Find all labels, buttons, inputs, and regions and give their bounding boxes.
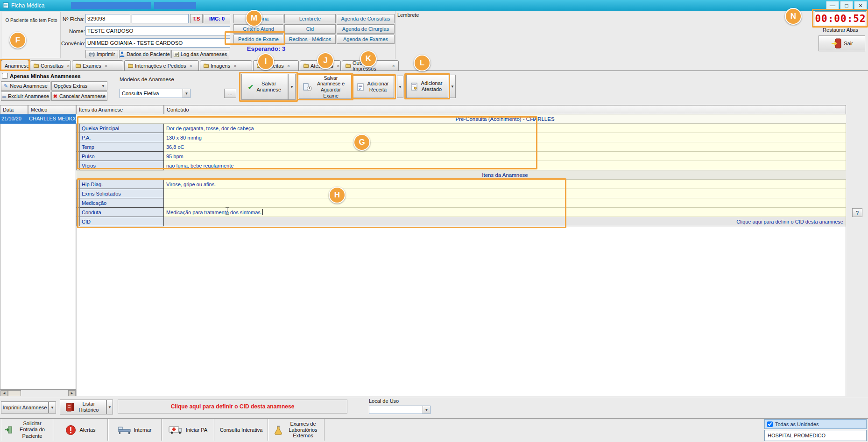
annotation-marker-G: G — [353, 134, 370, 151]
grid-header-itens[interactable]: Ítens da Anamnese — [76, 105, 164, 114]
ts-button[interactable]: T.S — [190, 14, 203, 23]
scrollbar-thumb[interactable] — [8, 390, 21, 396]
tab-imagens[interactable]: Imagens× — [200, 60, 252, 70]
cid-definir-link[interactable]: Clique aqui para definir o CID desta ana… — [164, 217, 846, 226]
item-value[interactable] — [164, 198, 846, 208]
apenas-minhas-checkbox[interactable] — [2, 73, 8, 79]
tab-close-icon[interactable]: × — [105, 63, 107, 69]
adicionar-atestado-dropdown[interactable]: ▼ — [449, 75, 456, 98]
listar-historico-dropdown[interactable]: ▼ — [106, 400, 113, 414]
adicionar-atestado-button[interactable]: Adicionar Atestado — [406, 75, 448, 98]
opcoes-extras-button[interactable]: Opções Extras ▼ — [51, 81, 107, 91]
tab-close-icon[interactable]: × — [392, 63, 395, 69]
minimize-button[interactable]: — — [826, 1, 839, 10]
tab-close-icon[interactable]: × — [337, 63, 339, 69]
consulta-interativa-button[interactable]: Consulta Interativa — [215, 419, 268, 441]
annotation-marker-K: K — [360, 50, 377, 67]
item-value[interactable]: não fuma, bebe regularmente — [164, 161, 846, 170]
cid-banner[interactable]: Clique aqui para definir o CID desta ana… — [118, 400, 347, 414]
sair-button[interactable]: Sair — [819, 35, 865, 51]
row-selector[interactable] — [76, 124, 80, 133]
excluir-anamnese-button[interactable]: ▬ Excluir Anamnese — [1, 91, 50, 101]
tab-anamnese[interactable]: Anamnese — [1, 60, 29, 71]
row-selector[interactable] — [76, 133, 80, 142]
cid-button[interactable]: Cid — [284, 24, 336, 34]
row-selector[interactable] — [76, 208, 80, 217]
grid-header-conteudo[interactable]: Conteúdo — [164, 105, 846, 114]
tab-exames[interactable]: Exames× — [72, 60, 123, 70]
iniciar-pa-button[interactable]: Iniciar PA — [162, 419, 214, 441]
close-button[interactable]: × — [854, 1, 867, 10]
chevron-down-icon[interactable]: ▼ — [423, 406, 430, 414]
cancelar-anamnese-button[interactable]: ✖ Cancelar Anamnese — [51, 91, 107, 101]
apenas-minhas-label: Apenas Minhas Anamneses — [10, 73, 81, 79]
salvar-anamnese-dropdown[interactable]: ▼ — [288, 74, 296, 100]
item-value[interactable]: 36,8 oC — [164, 142, 846, 152]
agenda-cirurgias-button[interactable]: Agenda de Cirurgias — [337, 24, 395, 34]
convenio-input[interactable] — [85, 38, 230, 48]
imprimir-button[interactable]: Imprimir — [85, 50, 118, 58]
chevron-down-icon[interactable]: ▼ — [183, 89, 190, 98]
log-anamneses-button[interactable]: Log das Anamneses — [171, 50, 229, 58]
ficha-secondary-input[interactable] — [132, 14, 189, 23]
pedido-exame-button[interactable]: Pedido de Exame — [233, 35, 283, 44]
tab-close-icon[interactable]: × — [67, 63, 70, 69]
column-header-data[interactable]: Data — [0, 105, 28, 114]
row-selector[interactable] — [76, 180, 80, 189]
tab-internacoes[interactable]: Internações e Pedidos× — [124, 60, 199, 70]
imprimir-anamnese-button[interactable]: Imprimir Anamnese — [1, 401, 49, 414]
scrollbar-left-arrow[interactable]: ◄ — [0, 390, 8, 396]
restaurar-abas-button[interactable]: Restaurar Abas — [815, 27, 866, 34]
column-header-medico[interactable]: Médico — [28, 105, 76, 114]
tab-icon — [346, 63, 351, 68]
recibos-medicos-button[interactable]: Recibos - Médicos — [284, 35, 336, 44]
adicionar-receita-dropdown[interactable]: ▼ — [397, 76, 403, 98]
row-selector[interactable] — [76, 189, 80, 198]
item-value[interactable]: Dor de garganta, tosse, dor de cabeça — [164, 124, 846, 133]
agenda-consultas-button[interactable]: Agenda de Consultas — [337, 14, 395, 23]
anamnese-editor-bg — [76, 226, 846, 396]
item-value[interactable]: 130 x 80 mmhg — [164, 133, 846, 142]
salvar-aguardar-exame-button[interactable]: Salvar Anamnese e Aguardar Exame — [299, 75, 352, 99]
imprimir-anamnese-dropdown[interactable]: ▼ — [49, 401, 56, 414]
tab-consultas[interactable]: Consultas× — [30, 60, 71, 70]
row-selector[interactable] — [76, 142, 80, 152]
item-value[interactable]: 95 bpm — [164, 152, 846, 161]
row-selector[interactable] — [76, 198, 80, 208]
tab-close-icon[interactable]: × — [233, 63, 236, 69]
anamnese-list-row[interactable]: 21/10/20 CHARLLES MEDICO — [0, 114, 76, 124]
adicionar-receita-button[interactable]: Adicionar Receita — [353, 76, 394, 98]
tab-icon — [303, 63, 309, 68]
nome-input[interactable] — [85, 26, 230, 35]
internar-button[interactable]: Internar — [108, 419, 162, 441]
tab-close-icon[interactable]: × — [189, 63, 192, 69]
listar-historico-button[interactable]: Listar Histórico — [60, 400, 106, 414]
alertas-button[interactable]: Alertas — [54, 419, 108, 441]
ficha-input[interactable] — [85, 14, 130, 23]
lembrete-button[interactable]: Lembrete — [284, 14, 336, 23]
modelo-select[interactable]: Consulta Eletiva ▼ — [120, 89, 191, 98]
local-de-uso-select[interactable]: ▼ — [369, 406, 430, 414]
exames-lab-button[interactable]: Exames de Laboratórios Externos — [268, 419, 325, 441]
criterio-atend-button[interactable]: Critério Atend — [233, 24, 283, 34]
salvar-anamnese-button[interactable]: ✔ Salvar Anamnese — [241, 74, 288, 100]
todas-unidades-checkbox[interactable] — [767, 421, 773, 427]
row-selector[interactable] — [76, 152, 80, 161]
solicitar-entrada-button[interactable]: Solicitar Entrada do Paciente — [1, 419, 53, 441]
tab-close-icon[interactable]: × — [287, 63, 290, 69]
nova-anamnese-button[interactable]: ✎ Nova Anamnese — [1, 81, 50, 91]
annotation-marker-F: F — [9, 32, 26, 49]
window-title: Ficha Médica — [11, 2, 44, 9]
item-value[interactable] — [164, 189, 846, 198]
item-value-conduta[interactable]: Medicação para tratamento dos sintomas. — [164, 208, 846, 217]
item-value[interactable]: Virose, gripe ou afins. — [164, 180, 846, 189]
row-selector[interactable] — [76, 161, 80, 170]
agenda-exames-button[interactable]: Agenda de Exames — [337, 35, 395, 44]
scrollbar-right-arrow[interactable]: ► — [68, 390, 76, 396]
row-selector[interactable] — [76, 217, 80, 226]
help-button[interactable]: ? — [852, 208, 862, 217]
modelo-browse-button[interactable]: ... — [224, 89, 236, 98]
dados-paciente-button[interactable]: Dados do Paciente — [119, 50, 170, 58]
maximize-button[interactable]: □ — [840, 1, 853, 10]
grid-row: Vícios não fuma, bebe regularmente — [76, 161, 846, 170]
